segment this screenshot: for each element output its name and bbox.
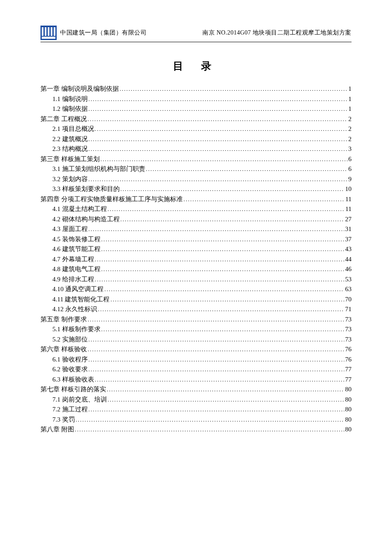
toc-leader-dots (121, 217, 345, 222)
toc-leader-dots (120, 86, 348, 92)
svg-rect-4 (51, 27, 52, 36)
toc-leader-dots (89, 337, 345, 342)
document-page: 中国建筑一局（集团）有限公司 南京 NO.2014G07 地块项目二期工程观摩工… (0, 0, 392, 555)
toc-entry-label: 第三章 样板施工策划 (40, 156, 100, 162)
toc-entry-label: 4.8 建筑电气工程 (52, 266, 101, 272)
toc-entry-label: 4.12 永久性标识 (52, 306, 97, 312)
toc-leader-dots (89, 146, 348, 152)
toc-entry: 1.2 编制依据1 (40, 106, 352, 112)
toc-entry: 1.1 编制说明1 (40, 96, 352, 102)
toc-entry: 5.1 样板制作要求73 (40, 326, 352, 332)
toc-leader-dots (101, 266, 345, 272)
toc-leader-dots (88, 347, 344, 352)
toc-entry-page: 63 (345, 286, 352, 292)
toc-entry-label: 第七章 样板引路的落实 (40, 386, 106, 393)
toc-entry-label: 4.9 给排水工程 (52, 276, 94, 283)
toc-entry-label: 5.2 实施部位 (52, 336, 88, 343)
toc-entry-page: 37 (345, 236, 352, 243)
svg-rect-5 (54, 27, 55, 36)
toc-entry-page: 27 (345, 216, 352, 223)
toc-entry-label: 6.3 样板验收表 (52, 376, 94, 383)
svg-rect-3 (48, 27, 49, 36)
toc-entry-label: 4.2 砌体结构与构造工程 (52, 216, 120, 223)
toc-entry: 第一章 编制说明及编制依据1 (40, 86, 352, 92)
toc-leader-dots (108, 206, 345, 212)
toc-leader-dots (101, 237, 345, 242)
toc-entry: 3.2 策划内容9 (40, 176, 352, 182)
toc-entry-page: 71 (345, 306, 352, 312)
toc-entry-label: 3.3 样板策划要求和目的 (52, 186, 120, 192)
toc-entry-page: 80 (345, 386, 352, 393)
toc-entry: 第二章 工程概况2 (40, 116, 352, 122)
toc-leader-dots (75, 427, 344, 432)
toc-entry-label: 第五章 制作要求 (40, 316, 87, 323)
toc-entry-page: 2 (349, 136, 352, 142)
toc-entry-label: 第一章 编制说明及编制依据 (40, 86, 119, 92)
toc-entry-label: 7.1 岗前交底、培训 (52, 396, 107, 403)
toc-leader-dots (95, 277, 345, 282)
toc-entry: 第六章 样板验收76 (40, 346, 352, 353)
toc-leader-dots (121, 186, 345, 192)
table-of-contents: 第一章 编制说明及编制依据11.1 编制说明11.2 编制依据1第二章 工程概况… (40, 86, 352, 433)
toc-entry-page: 73 (345, 326, 352, 332)
toc-entry: 4.7 外幕墙工程44 (40, 256, 352, 263)
svg-rect-2 (45, 27, 46, 36)
toc-entry-page: 80 (345, 416, 352, 423)
toc-title: 目 录 (40, 59, 352, 73)
toc-leader-dots (101, 327, 345, 332)
toc-entry: 6.3 样板验收表77 (40, 376, 352, 383)
toc-entry-label: 6.1 验收程序 (52, 356, 88, 363)
toc-leader-dots (107, 387, 344, 392)
toc-entry: 2.1 项目总概况2 (40, 126, 352, 132)
toc-entry-page: 76 (345, 356, 352, 363)
toc-entry-label: 第八章 附图 (40, 426, 74, 433)
toc-entry: 7.3 奖罚80 (40, 416, 352, 423)
toc-entry-page: 77 (345, 366, 352, 373)
toc-leader-dots (89, 407, 345, 412)
toc-entry: 6.2 验收要求77 (40, 366, 352, 373)
toc-entry-label: 4.6 建筑节能工程 (52, 246, 101, 252)
toc-entry-label: 4.1 混凝土结构工程 (52, 206, 107, 212)
toc-entry-page: 80 (345, 426, 352, 433)
toc-entry-page: 1 (349, 86, 352, 92)
toc-entry-page: 44 (345, 256, 352, 263)
toc-entry: 第七章 样板引路的落实80 (40, 386, 352, 393)
toc-entry: 3.1 施工策划组织机构与部门职责6 (40, 166, 352, 172)
toc-entry: 4.11 建筑智能化工程70 (40, 296, 352, 303)
toc-entry-page: 11 (346, 196, 352, 202)
page-header: 中国建筑一局（集团）有限公司 南京 NO.2014G07 地块项目二期工程观摩工… (40, 26, 352, 42)
toc-leader-dots (89, 226, 345, 232)
toc-entry-page: 1 (349, 96, 352, 102)
toc-leader-dots (101, 246, 345, 252)
svg-rect-6 (42, 37, 55, 39)
toc-entry-page: 2 (349, 126, 352, 132)
toc-leader-dots (89, 96, 348, 102)
toc-entry: 7.2 施工过程80 (40, 406, 352, 413)
toc-leader-dots (76, 417, 345, 422)
toc-entry-page: 11 (346, 206, 352, 212)
toc-leader-dots (88, 317, 344, 322)
toc-entry: 4.1 混凝土结构工程11 (40, 206, 352, 212)
toc-leader-dots (104, 286, 344, 292)
toc-leader-dots (146, 166, 348, 172)
toc-leader-dots (95, 257, 345, 262)
toc-entry-label: 2.2 建筑概况 (52, 136, 88, 142)
toc-entry-page: 31 (345, 226, 352, 232)
toc-entry: 6.1 验收程序76 (40, 356, 352, 363)
toc-entry: 第八章 附图80 (40, 426, 352, 433)
toc-entry: 第三章 样板施工策划6 (40, 156, 352, 162)
toc-entry-label: 7.2 施工过程 (52, 406, 88, 413)
toc-entry-label: 4.10 通风空调工程 (52, 286, 104, 292)
toc-entry-page: 1 (349, 106, 352, 112)
svg-rect-1 (42, 27, 43, 36)
header-left: 中国建筑一局（集团）有限公司 (40, 26, 147, 40)
toc-leader-dots (88, 116, 348, 122)
toc-entry-label: 5.1 样板制作要求 (52, 326, 101, 332)
toc-entry-page: 73 (345, 316, 352, 323)
toc-entry-label: 3.2 策划内容 (52, 176, 88, 182)
toc-leader-dots (89, 176, 348, 182)
toc-entry-page: 80 (345, 396, 352, 403)
toc-entry-page: 3 (349, 146, 352, 152)
toc-entry-label: 1.1 编制说明 (52, 96, 88, 102)
toc-entry-page: 70 (345, 296, 352, 303)
